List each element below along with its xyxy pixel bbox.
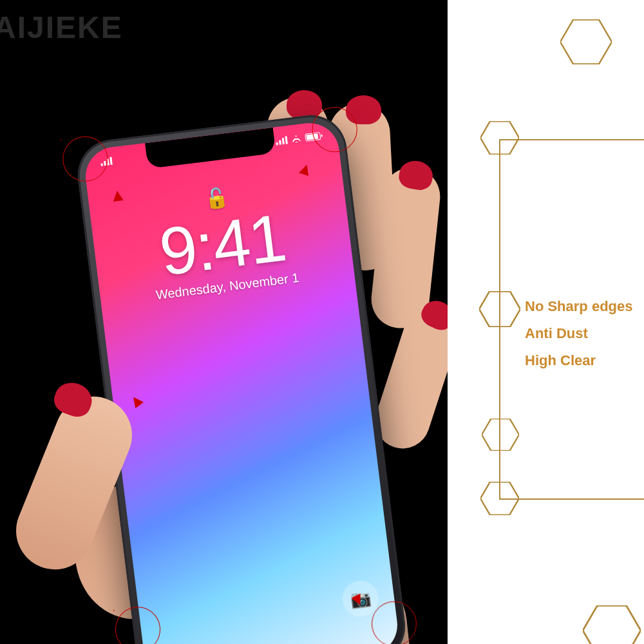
hand-holding-phone: 🔓 9:41 Wednesday, November 1 📷 bbox=[29, 58, 448, 638]
hexagon-icon bbox=[482, 419, 519, 451]
brand-watermark: AIJIEKE bbox=[0, 10, 123, 45]
product-photo-panel: AIJIEKE 🔓 9:41 bbox=[0, 0, 448, 644]
hexagon-icon bbox=[479, 291, 520, 327]
hexagon-icon bbox=[480, 482, 519, 515]
feature-item: Anti Dust bbox=[525, 320, 632, 347]
hexagon-icon bbox=[560, 19, 612, 64]
svg-marker-5 bbox=[583, 605, 641, 644]
hexagon-icon bbox=[480, 121, 519, 155]
feature-list: No Sharp edges Anti Dust High Clear bbox=[525, 293, 632, 374]
svg-marker-3 bbox=[482, 419, 519, 451]
arrow-icon bbox=[112, 190, 124, 202]
svg-marker-2 bbox=[479, 291, 520, 327]
cellular-icon bbox=[276, 136, 288, 145]
svg-marker-4 bbox=[480, 482, 519, 515]
phone-screen: 🔓 9:41 Wednesday, November 1 📷 bbox=[82, 120, 401, 644]
hexagon-icon bbox=[583, 605, 641, 644]
svg-marker-0 bbox=[560, 20, 612, 64]
feature-item: High Clear bbox=[525, 347, 632, 374]
svg-marker-1 bbox=[480, 121, 519, 155]
feature-item: No Sharp edges bbox=[525, 293, 632, 320]
wifi-icon bbox=[290, 135, 301, 144]
